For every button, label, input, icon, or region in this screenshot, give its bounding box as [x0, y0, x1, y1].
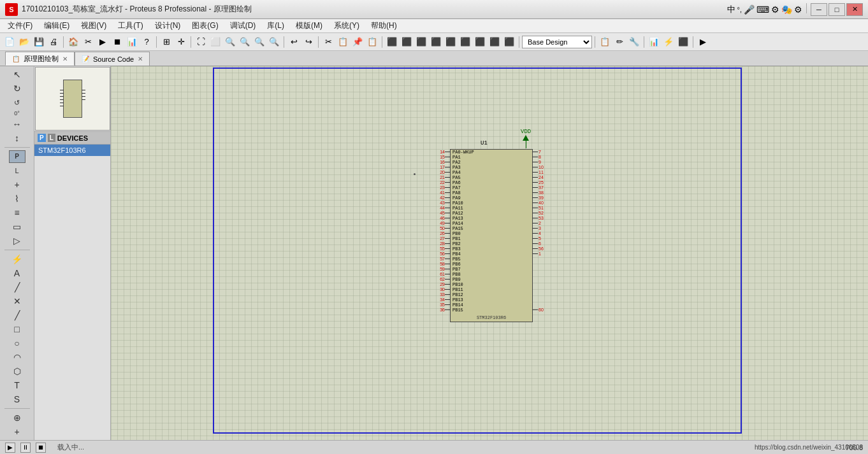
tb-bom[interactable]: 📊	[647, 35, 661, 49]
zoom-in-tool[interactable]: +	[9, 425, 25, 438]
tb-annot3[interactable]: 🔧	[627, 35, 641, 49]
bus-entry[interactable]: ╱	[9, 281, 25, 294]
wire-mode[interactable]: ⌇	[9, 192, 25, 205]
rotate-cw[interactable]: ↻	[9, 82, 25, 95]
tb-btn10[interactable]: ?	[140, 35, 154, 49]
tb-cross[interactable]: ✛	[174, 35, 188, 49]
menu-tools[interactable]: 工具(T)	[113, 19, 148, 32]
draw-text[interactable]: T	[9, 379, 25, 392]
undo-button[interactable]: ↩	[287, 35, 301, 49]
text-mode[interactable]: A	[9, 267, 25, 280]
schematic-tab-close[interactable]: ✕	[62, 55, 68, 62]
port-mode[interactable]: ▷	[9, 234, 25, 247]
tb-btn5[interactable]: 🏠	[66, 35, 80, 49]
source-tab-close[interactable]: ✕	[138, 55, 143, 62]
play-button[interactable]: ▶	[5, 443, 15, 453]
menu-debug[interactable]: 调试(D)	[225, 19, 261, 32]
schematic-tab-label: 原理图绘制	[24, 54, 59, 64]
align-right[interactable]: ⬛	[414, 35, 428, 49]
pin-name-PB6: PB6	[451, 262, 532, 267]
redo-button[interactable]: ↪	[301, 35, 315, 49]
draw-poly[interactable]: ⬡	[9, 365, 25, 378]
rotate-ccw[interactable]: ↺	[9, 96, 25, 109]
menu-library[interactable]: 库(L)	[262, 19, 289, 32]
zoom-in[interactable]: 🔍	[223, 35, 237, 49]
flip-v[interactable]: ↕	[9, 132, 25, 145]
pin-name-PA14: PA14	[451, 221, 532, 226]
tb-right1[interactable]: ▶	[696, 35, 710, 49]
print-button[interactable]: 🖨	[47, 35, 61, 49]
zoom-fit[interactable]: ⛶	[194, 35, 208, 49]
open-button[interactable]: 📂	[17, 35, 31, 49]
bus-mode[interactable]: ≡	[9, 206, 25, 219]
tb-btn-paste2[interactable]: 📋	[365, 35, 379, 49]
align-center[interactable]: ⬛	[400, 35, 414, 49]
cut-button[interactable]: ✂	[321, 35, 335, 49]
tb-arr2[interactable]: ⬛	[502, 35, 516, 49]
draw-arc[interactable]: ◠	[9, 351, 25, 364]
zoom-box[interactable]: ⬜	[208, 35, 222, 49]
tab-source-code[interactable]: 📝 Source Code ✕	[75, 52, 150, 66]
menu-view[interactable]: 视图(V)	[76, 19, 112, 32]
p-badge[interactable]: P	[38, 134, 46, 142]
probe-tool[interactable]: ⊕	[9, 411, 25, 424]
subcirc-mode[interactable]: ▭	[9, 220, 25, 233]
pause-button[interactable]: ⏸	[20, 443, 31, 453]
zoom-level[interactable]: 🔍	[252, 35, 266, 49]
pin-right-PC2: 10	[533, 164, 545, 169]
maximize-button[interactable]: □	[828, 3, 845, 16]
tb-btn8[interactable]: ⏹	[110, 35, 124, 49]
tb-btn9[interactable]: 📊	[125, 35, 139, 49]
close-button[interactable]: ✕	[846, 3, 863, 16]
tb-annot[interactable]: 📋	[598, 35, 612, 49]
save-button[interactable]: 💾	[32, 35, 46, 49]
pin-left-57: 57	[436, 256, 450, 261]
paste-button[interactable]: 📌	[351, 35, 365, 49]
component-mode[interactable]: P	[9, 150, 25, 163]
distribute-v[interactable]: ⬛	[473, 35, 487, 49]
tb-prop[interactable]: ⬛	[676, 35, 690, 49]
pin-name-PB2: PB2	[451, 241, 532, 246]
stop-button[interactable]: ⏹	[36, 443, 46, 453]
menu-help[interactable]: 帮助(H)	[366, 19, 402, 32]
draw-circle[interactable]: ○	[9, 337, 25, 350]
label-mode[interactable]: L	[9, 164, 25, 177]
select-tool[interactable]: ↖	[9, 68, 25, 81]
power-mode[interactable]: ⚡	[9, 253, 25, 266]
ic-component[interactable]: U1 14 15 16	[436, 149, 545, 322]
new-button[interactable]: 📄	[3, 35, 17, 49]
tb-arr1[interactable]: ⬛	[488, 35, 502, 49]
grid-toggle[interactable]: ⊞	[159, 35, 173, 49]
schematic-area[interactable]: VDD U1 14 15	[111, 66, 868, 440]
tb-btn7[interactable]: ▶	[96, 35, 110, 49]
zoom-full[interactable]: 🔍	[267, 35, 281, 49]
vdd-line	[526, 141, 526, 148]
tb-report[interactable]: ⚡	[662, 35, 676, 49]
align-left[interactable]: ⬛	[385, 35, 399, 49]
no-connect[interactable]: ✕	[9, 295, 25, 308]
menu-design[interactable]: 设计(N)	[150, 19, 186, 32]
tab-schematic[interactable]: 📋 原理图绘制 ✕	[5, 52, 75, 66]
menu-file[interactable]: 文件(F)	[3, 19, 38, 32]
junction-mode[interactable]: +	[9, 178, 25, 191]
minimize-button[interactable]: ─	[811, 3, 827, 16]
zoom-out[interactable]: 🔍	[238, 35, 252, 49]
device-item-stm32[interactable]: STM32F103R6	[34, 145, 110, 156]
distribute-h[interactable]: ⬛	[458, 35, 472, 49]
align-top[interactable]: ⬛	[429, 35, 443, 49]
menu-system[interactable]: 系统(Y)	[329, 19, 365, 32]
l-badge[interactable]: L	[48, 134, 55, 142]
tb-btn6[interactable]: ✂	[81, 35, 95, 49]
menu-chart[interactable]: 图表(G)	[187, 19, 223, 32]
pin-right-PC5: 25	[533, 180, 545, 185]
copy-button[interactable]: 📋	[336, 35, 350, 49]
draw-box[interactable]: □	[9, 323, 25, 336]
align-bottom[interactable]: ⬛	[444, 35, 458, 49]
flip-h[interactable]: ↔	[9, 118, 25, 131]
draw-line[interactable]: ╱	[9, 309, 25, 322]
design-mode-select[interactable]: Base Design PCB Layout 3D Viewer	[522, 36, 592, 48]
symbol-mode[interactable]: S	[9, 393, 25, 406]
menu-edit[interactable]: 编辑(E)	[39, 19, 75, 32]
menu-template[interactable]: 模版(M)	[291, 19, 328, 32]
tb-annot2[interactable]: ✏	[612, 35, 626, 49]
